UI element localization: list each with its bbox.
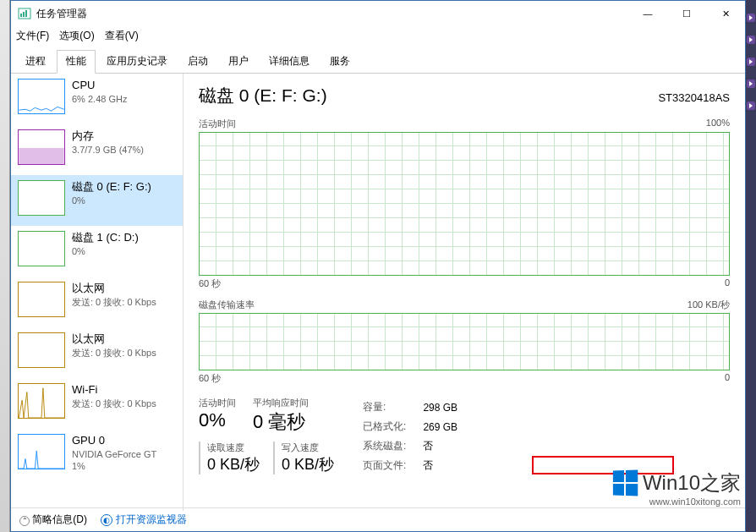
wifi-thumbnail [18,383,65,419]
sidebar-item-label: CPU [72,79,127,93]
sidebar-item-cpu[interactable]: CPU 6% 2.48 GHz [11,74,183,124]
page-title: 磁盘 0 (E: F: G:) [199,84,327,107]
menu-view[interactable]: 查看(V) [105,29,139,43]
chart-x-left: 60 秒 [199,277,221,290]
windows-logo-icon [613,469,638,496]
svg-rect-4 [19,148,63,164]
active-time-chart [199,132,730,276]
disk-info-table: 容量:298 GB 已格式化:269 GB 系统磁盘:否 页面文件:否 [358,397,471,476]
sidebar-item-label: 磁盘 1 (C: D:) [72,231,139,245]
svg-rect-1 [20,14,22,17]
info-formatted-label: 已格式化: [359,418,418,436]
stat-read-value: 0 KB/秒 [207,454,260,474]
info-formatted-value: 269 GB [419,418,469,436]
sidebar-item-label: Wi-Fi [72,383,156,398]
cpu-thumbnail [18,79,65,114]
app-icon [18,7,31,20]
open-resource-monitor-link[interactable]: ◐打开资源监视器 [101,513,187,527]
tab-users[interactable]: 用户 [219,50,258,73]
info-system-value: 否 [419,437,469,455]
sidebar-item-label: GPU 0 [72,434,156,448]
disk-thumbnail [18,231,65,266]
sidebar-item-sub: 6% 2.48 GHz [72,93,127,105]
sidebar-item-sub: 发送: 0 接收: 0 Kbps [72,296,156,308]
background-left-strip [0,0,10,532]
close-button[interactable]: ✕ [706,1,745,26]
sidebar-item-memory[interactable]: 内存 3.7/7.9 GB (47%) [11,124,183,175]
background-right-strip [746,0,756,532]
watermark-url: www.win10xitong.com [612,496,741,507]
stat-active-value: 0% [199,409,236,431]
info-capacity-value: 298 GB [419,398,469,416]
sidebar-item-label: 以太网 [72,332,156,347]
chart-label: 磁盘传输速率 [199,299,255,311]
window-title: 任务管理器 [36,7,628,21]
active-time-chart-section: 活动时间 100% 60 秒 0 [199,118,730,290]
menu-options[interactable]: 选项(O) [59,29,94,43]
memory-thumbnail [18,129,65,165]
disk-model: ST3320418AS [658,91,730,104]
stat-active-label: 活动时间 [199,397,236,409]
stat-read-label: 读取速度 [207,442,260,454]
svg-rect-2 [23,12,25,17]
sidebar-item-disk1[interactable]: 磁盘 1 (C: D:) 0% [11,226,183,277]
sidebar-item-sub: 0% [72,245,139,257]
sidebar-item-label: 内存 [72,129,144,144]
tab-startup[interactable]: 启动 [178,50,217,73]
sidebar-item-wifi[interactable]: Wi-Fi 发送: 0 接收: 0 Kbps [11,378,183,429]
performance-sidebar: CPU 6% 2.48 GHz 内存 3.7/7.9 GB (47%) 磁盘 0… [11,74,184,511]
main-panel: 磁盘 0 (E: F: G:) ST3320418AS 活动时间 100% 60… [184,74,745,511]
sidebar-item-sub: 3.7/7.9 GB (47%) [72,144,144,156]
transfer-rate-chart-section: 磁盘传输速率 100 KB/秒 60 秒 0 [199,299,730,385]
gpu-thumbnail [18,434,65,469]
info-system-label: 系统磁盘: [359,437,418,455]
watermark-text: Win10之家 [643,469,741,496]
sidebar-item-sub: 发送: 0 接收: 0 Kbps [72,398,156,409]
task-manager-window: 任务管理器 — ☐ ✕ 文件(F) 选项(O) 查看(V) 进程 性能 应用历史… [10,0,746,532]
chevron-up-icon: ⌃ [19,516,30,526]
stat-write-value: 0 KB/秒 [282,454,334,474]
sidebar-item-label: 以太网 [72,282,156,296]
tab-processes[interactable]: 进程 [16,50,55,73]
sidebar-item-sub2: 1% [72,460,156,472]
sidebar-item-gpu[interactable]: GPU 0 NVIDIA GeForce GT 1% [11,429,183,480]
info-capacity-label: 容量: [359,398,418,416]
sidebar-item-disk0[interactable]: 磁盘 0 (E: F: G:) 0% [11,175,183,226]
stat-resp-value: 0 毫秒 [253,409,309,435]
sidebar-item-sub: 0% [72,195,151,206]
info-pagefile-label: 页面文件: [359,457,418,474]
tab-app-history[interactable]: 应用历史记录 [97,50,177,73]
minimize-button[interactable]: — [628,1,667,26]
maximize-button[interactable]: ☐ [667,1,706,26]
watermark: Win10之家 www.win10xitong.com [612,469,741,507]
sidebar-item-ethernet1[interactable]: 以太网 发送: 0 接收: 0 Kbps [11,277,183,327]
chart-max: 100 KB/秒 [688,299,730,311]
info-pagefile-value: 否 [419,457,469,474]
menubar: 文件(F) 选项(O) 查看(V) [11,26,745,45]
chart-label: 活动时间 [199,118,236,130]
chart-x-left: 60 秒 [199,372,221,385]
sidebar-item-label: 磁盘 0 (E: F: G:) [72,180,151,195]
footer-bar: ⌃ 简略信息(D) ◐打开资源监视器 [11,507,745,531]
titlebar[interactable]: 任务管理器 — ☐ ✕ [11,1,745,26]
chart-x-right: 0 [725,372,730,385]
tab-services[interactable]: 服务 [320,50,359,73]
ethernet-thumbnail [18,332,65,368]
stat-resp-label: 平均响应时间 [253,397,309,409]
svg-rect-3 [25,10,27,17]
sidebar-item-sub: 发送: 0 接收: 0 Kbps [72,347,156,359]
fewer-details-link[interactable]: ⌃ 简略信息(D) [19,513,87,527]
tab-details[interactable]: 详细信息 [260,50,319,73]
transfer-rate-chart [199,313,730,370]
tab-performance[interactable]: 性能 [57,50,96,74]
sidebar-item-sub: NVIDIA GeForce GT [72,448,156,460]
tab-bar: 进程 性能 应用历史记录 启动 用户 详细信息 服务 [11,45,745,74]
resource-monitor-icon: ◐ [101,514,112,526]
menu-file[interactable]: 文件(F) [16,29,49,43]
stat-write-label: 写入速度 [282,442,334,454]
sidebar-item-ethernet2[interactable]: 以太网 发送: 0 接收: 0 Kbps [11,327,183,378]
ethernet-thumbnail [18,282,65,317]
chart-x-right: 0 [725,277,730,290]
disk-thumbnail [18,180,65,216]
chart-max: 100% [706,118,730,130]
